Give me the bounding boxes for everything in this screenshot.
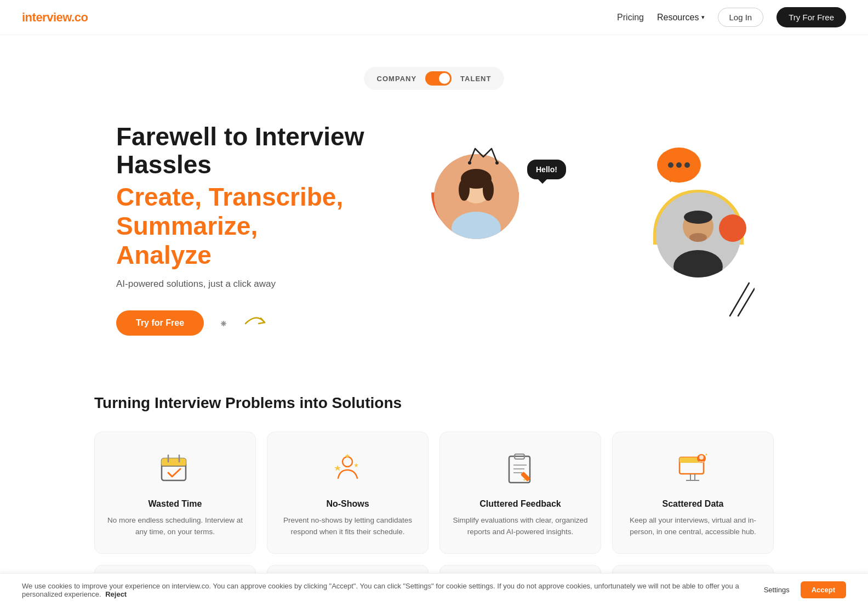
card-no-shows: No-Shows Prevent no-shows by letting can… [267, 432, 429, 554]
svg-point-13 [668, 162, 673, 168]
problems-cards-row1: Wasted Time No more endless scheduling. … [94, 432, 774, 554]
nav-resources-label: Resources [657, 13, 699, 22]
svg-point-28 [342, 457, 352, 467]
hero-illustration: Hello! [401, 138, 774, 324]
logo[interactable]: interview.co [22, 10, 88, 25]
toggle-knob [439, 73, 450, 84]
svg-marker-30 [354, 463, 358, 467]
cookie-text: We use cookies to improve your experienc… [22, 582, 753, 598]
login-button[interactable]: Log In [718, 8, 764, 27]
nav-resources[interactable]: Resources ▾ [657, 13, 704, 22]
toggle-switch[interactable] [425, 71, 452, 86]
chat-bubble-svg [656, 146, 703, 187]
company-talent-toggle[interactable]: COMPANY TALENT [364, 67, 505, 90]
hero-cta-button[interactable]: Try for Free [116, 310, 204, 336]
svg-point-10 [459, 179, 470, 201]
nav-links: Pricing Resources ▾ Log In Try For Free [617, 7, 846, 27]
svg-line-22 [738, 288, 755, 316]
reject-link[interactable]: Reject [105, 590, 127, 598]
card-title-3: Scattered Data [624, 499, 762, 509]
person-1-avatar [434, 154, 519, 239]
card-cluttered-feedback: Cluttered Feedback Simplify evaluations … [439, 432, 601, 554]
hero-desc: AI-powered solutions, just a click away [116, 279, 401, 290]
hero-section: Farewell to Interview Hassles Create, Tr… [50, 90, 818, 361]
card-desc-1: Prevent no-shows by letting candidates r… [278, 514, 417, 538]
cluttered-feedback-icon [501, 450, 540, 488]
hero-left: Farewell to Interview Hassles Create, Tr… [116, 123, 401, 339]
card-desc-2: Simplify evaluations with clear, organiz… [451, 514, 590, 538]
talent-label: TALENT [460, 75, 491, 83]
settings-button[interactable]: Settings [764, 586, 790, 594]
navbar: interview.co Pricing Resources ▾ Log In … [0, 0, 868, 35]
arrow-decoration [213, 307, 267, 339]
logo-inter: inter [22, 10, 47, 24]
svg-rect-24 [162, 458, 186, 466]
svg-marker-29 [334, 465, 341, 471]
company-label: COMPANY [377, 75, 416, 83]
person-1-svg [434, 154, 519, 239]
problems-section: Turning Interview Problems into Solution… [50, 361, 818, 606]
card-scattered-data: Scattered Data Keep all your interviews,… [612, 432, 774, 554]
svg-point-4 [468, 161, 471, 165]
chevron-down-icon: ▾ [701, 14, 705, 21]
crown-icon [467, 143, 500, 165]
svg-point-19 [684, 211, 712, 224]
svg-line-21 [730, 283, 749, 316]
try-free-nav-button[interactable]: Try For Free [776, 7, 846, 27]
nav-pricing[interactable]: Pricing [617, 13, 644, 22]
lines-decoration [727, 280, 755, 319]
svg-point-11 [483, 179, 494, 201]
card-desc-3: Keep all your interviews, virtual and in… [624, 514, 762, 538]
svg-point-14 [676, 162, 682, 168]
card-wasted-time: Wasted Time No more endless scheduling. … [94, 432, 256, 554]
no-shows-icon [329, 450, 367, 488]
chat-bubble [656, 146, 703, 189]
svg-point-5 [495, 161, 499, 165]
card-title-0: Wasted Time [106, 499, 244, 509]
wasted-time-icon [156, 450, 195, 488]
hero-title-line2: Create, Transcribe, Summarize, Analyze [116, 183, 401, 270]
svg-point-15 [684, 162, 690, 168]
svg-point-45 [699, 455, 704, 460]
cookie-bar: We use cookies to improve your experienc… [0, 573, 868, 606]
problems-title: Turning Interview Problems into Solution… [94, 394, 774, 412]
accept-button[interactable]: Accept [801, 581, 846, 598]
card-desc-0: No more endless scheduling. Interview at… [106, 514, 244, 538]
hero-title-line1: Farewell to Interview Hassles [116, 123, 401, 178]
speech-bubble: Hello! [527, 160, 566, 179]
logo-co: co [75, 10, 88, 24]
logo-view-orange: view [47, 10, 71, 24]
card-title-1: No-Shows [278, 499, 417, 509]
card-title-2: Cluttered Feedback [451, 499, 590, 509]
scattered-data-icon [674, 450, 712, 488]
svg-point-20 [689, 233, 707, 242]
